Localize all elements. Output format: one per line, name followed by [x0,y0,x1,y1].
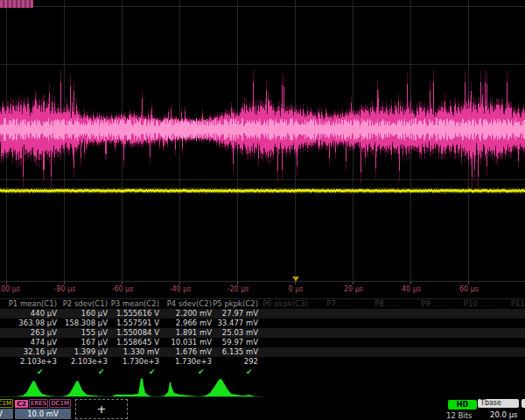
channel-descriptor-c1[interactable]: C1 DC1M 10.0 mV [0,399,13,420]
time-axis-label: 0 µs [289,285,304,294]
measurement-value: 1.557591 V [116,318,159,328]
measurement-value: 1.555616 V [116,309,159,318]
measurement-value: 1.330 mV [123,347,159,357]
trace-annotation-badge [0,0,33,8]
histicon-p2 [61,381,103,396]
c2-eres-label: ERES [29,399,48,408]
measurement-table: P1 mean(C1)440 µV363.98 µV263 µV474 µV32… [0,298,525,377]
measurement-header-unused[interactable]: P10 . . . [464,299,492,309]
c2-volts-per-div: 10.0 mV [15,409,71,419]
histicon-p3 [112,378,152,396]
measurement-value: 158.308 µV [65,318,108,328]
channel-descriptor-c2[interactable]: C2 ERES DC1M 10.0 mV [15,399,71,420]
tbase-label: Tbase [478,399,519,408]
measurement-value: 1.730e+3 [175,357,212,367]
measurement-value: 1.399 µV [74,347,108,357]
hd-bits-label: 12 Bits [446,411,472,420]
time-axis-label: -100 µs [0,285,20,294]
measurement-header-unused[interactable]: P11 . . . [511,299,525,309]
measurement-value: 2.966 mV [176,318,212,328]
trigger-time-marker[interactable] [292,276,299,282]
histicon-p4 [160,382,198,396]
measurement-value: 1.558645 V [116,338,159,347]
measurement-value: 32.16 µV [24,347,57,357]
c2-coupling-label: DC1M [49,399,71,408]
table-row-stripe [0,328,525,338]
c1-coupling-label: DC1M [0,399,13,408]
measurement-value: 474 µV [31,338,57,347]
plus-icon: + [97,402,107,416]
measurement-value: 2.103e+3 [20,357,57,367]
time-axis-label: 40 µs [402,285,421,294]
measurement-header[interactable]: P3 mean(C2) [111,299,159,309]
measurement-value: 167 µV [81,338,108,347]
hd-mode-badge: HD [448,400,477,410]
histicon-p5 [200,379,256,396]
table-row-stripe [0,309,525,318]
time-axis-label: 60 µs [459,285,479,294]
measurement-value: 25.03 mV [222,328,258,338]
measurement-value: 160 µV [81,309,108,318]
measurement-value: 59.97 mV [222,338,258,347]
timebase-descriptor[interactable]: Tbase 20.0 µs [478,399,525,420]
c1-volts-per-div: 10.0 mV [0,409,13,419]
time-axis-label: 20 µs [344,285,363,294]
measurement-histicons [0,376,525,399]
measurement-value: 6.135 mV [222,347,258,357]
measurement-value: 440 µV [31,309,57,318]
measurement-header[interactable]: P5 pkpk(C2) [213,299,258,309]
tbase-time-per-div: 20.0 µs [490,410,517,419]
measurement-header[interactable]: P4 sdev(C2) [167,299,212,309]
measurement-header-unused[interactable]: P6 pkpk(C3) [262,299,308,309]
measurement-header[interactable]: P2 sdev(C1) [63,299,108,309]
measurement-value: 1.676 mV [176,347,212,357]
waveform-canvas [0,0,525,281]
measurement-value: 2.200 mV [176,309,212,318]
measurement-value: 1.550084 V [116,328,159,338]
measurement-value: 1.730e+3 [122,357,159,367]
time-axis-label: -60 µs [112,285,134,294]
time-axis-label: -40 µs [170,285,192,294]
measurement-value: 2.103e+3 [71,357,108,367]
time-axis: -100 µs-80 µs-60 µs-40 µs-20 µs0 µs20 µs… [0,282,525,296]
measurement-value: 33.477 mV [217,318,258,328]
measurement-value: 155 µV [81,328,108,338]
waveform-grid[interactable] [0,0,525,282]
tbase-offset-field [522,399,525,408]
measurement-value: 10.031 mV [171,338,212,347]
measurement-value: 27.97 mV [222,309,258,318]
oscilloscope-screen: -100 µs-80 µs-60 µs-40 µs-20 µs0 µs20 µs… [0,0,525,420]
time-axis-label: -80 µs [54,285,76,294]
measurement-header-unused[interactable]: P8 . . . [374,299,398,309]
measurement-header[interactable]: P1 mean(C1) [9,299,57,309]
histicon-baseline [0,396,262,397]
measurement-header-unused[interactable]: P9 . . . [421,299,444,309]
histicon-p1 [16,381,56,396]
add-trace-button[interactable]: + [75,399,128,419]
measurement-value: 363.98 µV [18,318,57,328]
c2-label: C2 [15,400,28,408]
measurement-value: 292 [244,357,258,367]
measurement-header-unused[interactable]: P7 . . . [326,299,350,309]
measurement-value: 1.891 mV [176,328,212,338]
measurement-value: 263 µV [31,328,57,338]
bottom-toolbar: C1 DC1M 10.0 mV C2 ERES DC1M 10.0 mV + H… [0,399,525,420]
time-axis-label: -20 µs [228,285,249,294]
